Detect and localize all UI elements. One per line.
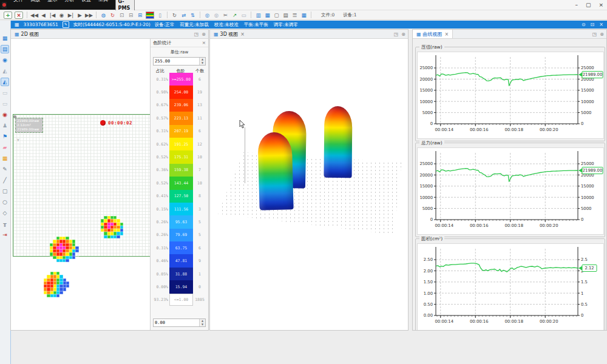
rotate-icon[interactable]: ↻ xyxy=(170,11,179,19)
menu-item-2[interactable]: 回放 xyxy=(27,0,44,2)
pin-icon[interactable]: ⊗ xyxy=(401,32,405,37)
video-refresh-icon[interactable]: ⊞ xyxy=(135,11,144,19)
palette-icon[interactable] xyxy=(146,12,154,19)
fast-forward-icon[interactable]: ▶▶ xyxy=(84,11,93,19)
windows-logo-icon: ▦ xyxy=(15,22,19,27)
dock-float-icon[interactable]: ⊙ xyxy=(582,22,586,27)
grid-window-icon[interactable]: ▦ xyxy=(1,34,9,42)
avg-box-icon[interactable]: ▭ xyxy=(1,99,9,108)
circle-tool-icon[interactable]: ○ xyxy=(1,198,9,206)
legend-row-6: 0.62%191.2512 xyxy=(151,138,208,150)
record-target-icon[interactable]: ◉ xyxy=(1,110,9,119)
tab-2d-view[interactable]: ▦ 2D 视图 xyxy=(11,30,42,38)
legend-percent: 0.05% xyxy=(152,272,169,277)
target-blue-icon[interactable]: ◎ xyxy=(203,11,212,19)
trash-icon[interactable]: ▯ xyxy=(155,11,164,19)
min-level-spinner[interactable]: ▲▼ xyxy=(199,319,205,326)
status-item-1: 设备:正常 xyxy=(155,22,175,28)
menu-item-1[interactable]: 文件 xyxy=(10,0,27,2)
tab-3d-view[interactable]: ▦ 3D 视图 × xyxy=(210,30,248,38)
max-level-input[interactable] xyxy=(154,58,199,65)
mouse-cursor-icon xyxy=(239,120,245,129)
legend-count: 5 xyxy=(193,232,206,237)
svg-text:10000: 10000 xyxy=(581,99,594,104)
pin-pen-icon[interactable]: ⚑ xyxy=(1,132,9,141)
toolbar-separator xyxy=(200,12,200,18)
legend-percent: 0.31% xyxy=(152,129,169,133)
step-back-icon[interactable]: ◀ xyxy=(39,11,48,19)
video-icon[interactable]: ⊡ xyxy=(117,11,126,19)
tooltip-handle[interactable] xyxy=(13,115,16,118)
skip-start-icon[interactable]: |◀ xyxy=(48,11,57,19)
close-icon[interactable]: × xyxy=(202,40,206,46)
polygon-tool-icon[interactable]: ◇ xyxy=(1,209,9,217)
pressure-blob-middle xyxy=(50,237,79,262)
legend-count: 1805 xyxy=(193,297,206,302)
dock-maximize-icon[interactable]: ⊡ xyxy=(591,22,595,27)
rewind-icon[interactable]: ◀◀ xyxy=(30,11,39,19)
legend-count: 6 xyxy=(193,246,206,251)
tab-curve-view[interactable]: ▦ 曲线视图 × xyxy=(413,30,453,38)
max-level-spinner[interactable]: ▲▼ xyxy=(199,58,205,65)
pressure-grid-2d[interactable]: 21989.00raw 2.12cm² 21989.00raw Y 00:00:… xyxy=(13,114,151,257)
menu-item-4[interactable]: 分析 xyxy=(61,0,78,2)
menu-item-5[interactable]: 设置 xyxy=(78,0,95,2)
tab-close-icon[interactable]: × xyxy=(445,32,449,37)
nut-icon[interactable]: ◉ xyxy=(1,56,9,64)
polyline-icon[interactable]: ╱ xyxy=(1,176,9,184)
eraser-icon[interactable]: ▰ xyxy=(1,143,9,152)
edit-icon[interactable]: ✎ xyxy=(63,21,69,28)
export-arrow-icon[interactable]: ⇥ xyxy=(1,231,9,239)
bridge-icon[interactable]: ╥ xyxy=(1,220,9,228)
add-window-icon[interactable]: + xyxy=(4,12,12,19)
select-rect-icon[interactable]: ▭ xyxy=(239,11,248,19)
target-gray-icon[interactable]: ◎ xyxy=(212,11,221,19)
cut-icon[interactable]: ✂ xyxy=(221,11,230,19)
export-icon[interactable]: ↗ xyxy=(230,11,239,19)
skip-end-icon[interactable]: ▶| xyxy=(66,11,75,19)
probe-icon[interactable]: ♟ xyxy=(1,121,9,130)
legend-count: 19 xyxy=(193,90,206,95)
palette-grid-icon[interactable]: ▦ xyxy=(1,154,9,163)
legend-percent: 0.31% xyxy=(152,246,169,251)
cone-blue-icon[interactable]: ◭ xyxy=(1,78,9,86)
tab-close-icon[interactable]: × xyxy=(240,32,245,37)
avg-line-icon[interactable]: ▭ xyxy=(1,89,9,97)
expand-icon[interactable]: ◳ xyxy=(194,32,199,37)
expand-icon[interactable]: ◳ xyxy=(394,32,399,37)
view-tab-icon: ▦ xyxy=(15,32,19,37)
float-window-icon[interactable]: ▢ xyxy=(272,11,281,19)
rect-tool-icon[interactable]: ▢ xyxy=(1,187,9,195)
pin-icon[interactable]: ⊗ xyxy=(600,32,604,37)
flip-horizontal-icon[interactable]: ⇄ xyxy=(179,11,188,19)
stop-record-icon[interactable]: ◉ xyxy=(57,11,66,19)
marker-pin-icon[interactable]: ◍ xyxy=(99,11,108,19)
monitor-icon[interactable]: ▤ xyxy=(281,11,290,19)
grid-blue-icon[interactable]: ▦ xyxy=(299,11,308,19)
video-speed-icon[interactable]: ⊟ xyxy=(126,11,135,19)
expand-icon[interactable]: ◳ xyxy=(592,32,597,37)
close-button[interactable]: × xyxy=(599,2,603,8)
surface-3d-view[interactable] xyxy=(210,39,408,330)
brush-layers-icon[interactable]: ▤ xyxy=(1,45,9,53)
svg-text:25000: 25000 xyxy=(419,66,433,70)
pin-icon[interactable]: ⊗ xyxy=(202,32,206,37)
menu-item-6[interactable]: 工具 xyxy=(95,0,112,2)
svg-text:00:00:16: 00:00:16 xyxy=(470,319,489,324)
menu-item-3[interactable]: 显示 xyxy=(44,0,61,2)
cone-gray-icon[interactable]: ◭ xyxy=(1,67,9,75)
layout-3col-icon[interactable]: ▦ xyxy=(263,11,272,19)
svg-text:00:00:16: 00:00:16 xyxy=(470,127,489,132)
color-scale-title: 色阶统计 xyxy=(153,40,171,46)
layout-2col-icon[interactable]: ▥ xyxy=(254,11,263,19)
dock-close-icon[interactable]: × xyxy=(599,22,603,27)
maximize-button[interactable]: ▢ xyxy=(586,2,591,8)
play-icon[interactable]: ▶ xyxy=(75,11,84,19)
pencil-icon[interactable]: ✎ xyxy=(1,165,9,174)
loop-icon[interactable]: ↻ xyxy=(108,11,117,19)
flip-vertical-icon[interactable]: ⇅ xyxy=(188,11,197,19)
min-level-input[interactable] xyxy=(154,319,199,326)
close-window-icon[interactable]: × xyxy=(15,12,23,19)
list-icon[interactable]: ☰ xyxy=(290,11,299,19)
minimize-button[interactable]: – xyxy=(575,2,578,8)
